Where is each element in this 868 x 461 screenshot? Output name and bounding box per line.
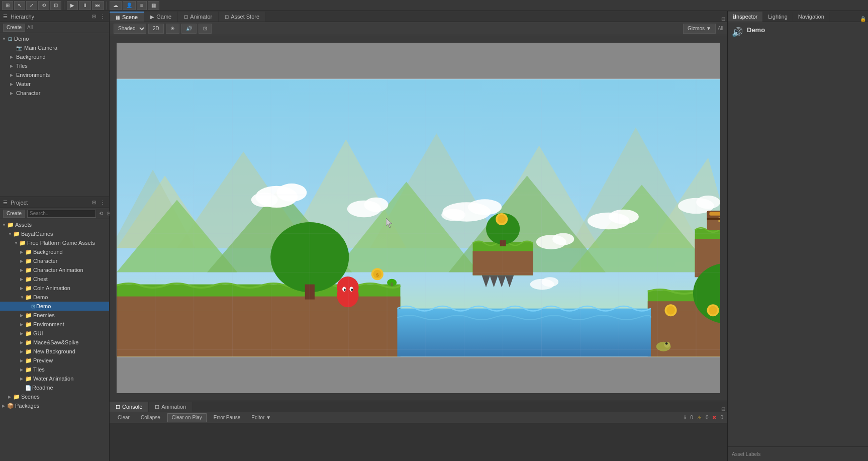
project-item-packages[interactable]: ▶ 📦 Packages	[0, 401, 109, 410]
hierarchy-item-demo-scene[interactable]: ▼ ⊡ Demo	[0, 34, 109, 43]
char-folder-label: Character	[33, 258, 57, 264]
shaded-dropdown[interactable]: Shaded	[114, 24, 146, 34]
error-pause-btn[interactable]: Error Pause	[210, 413, 244, 422]
new-bg-label: New Background	[33, 348, 75, 354]
packages-label: Packages	[15, 403, 39, 409]
hierarchy-env-label: Environments	[16, 72, 50, 78]
new-bg-icon: 📁	[25, 348, 32, 355]
coin-anim-icon: 📁	[25, 285, 32, 292]
project-header-actions: ⊟ ⋮	[91, 200, 106, 205]
gizmos-btn[interactable]: Gizmos ▼	[683, 24, 716, 34]
hierarchy-lock-btn[interactable]: ⊟	[91, 14, 97, 19]
scene-tab-icon: ▦	[116, 15, 120, 20]
project-item-scenes-folder[interactable]: ▶ 📁 Scenes	[0, 392, 109, 401]
hierarchy-create-btn[interactable]: Create	[3, 24, 25, 32]
project-item-environment-folder[interactable]: ▶ 📁 Environment	[0, 320, 109, 329]
project-item-water-anim-folder[interactable]: ▶ 📁 Water Animation	[0, 374, 109, 383]
hierarchy-menu-btn[interactable]: ⋮	[99, 14, 106, 19]
project-item-demo-file[interactable]: ⊡ Demo	[0, 302, 109, 311]
hierarchy-bg-label: Background	[16, 54, 46, 60]
project-item-enemies-folder[interactable]: ▶ 📁 Enemies	[0, 311, 109, 320]
hierarchy-item-tiles[interactable]: ▶ Tiles	[0, 61, 109, 70]
toolbar-btn-4[interactable]: ⟲	[38, 1, 49, 10]
project-item-demo-folder[interactable]: ▼ 📁 Demo	[0, 293, 109, 302]
fx-btn[interactable]: ⊡	[199, 24, 212, 34]
tab-asset-store[interactable]: ⊡ Asset Store	[219, 12, 266, 22]
svg-point-72	[709, 306, 717, 315]
bottom-tab-bar: ⊡ Console ⊡ Animation ⊟	[110, 401, 727, 412]
project-item-character-folder[interactable]: ▶ 📁 Character	[0, 256, 109, 265]
project-item-char-anim-folder[interactable]: ▶ 📁 Character Animation	[0, 265, 109, 274]
svg-point-25	[609, 210, 639, 224]
inspector-speaker-icon: 🔊	[732, 27, 743, 38]
asset-labels-text: Asset Labels	[732, 451, 760, 457]
project-item-preview-folder[interactable]: ▶ 📁 Preview	[0, 356, 109, 365]
hierarchy-water-label: Water	[16, 81, 31, 87]
tab-animator[interactable]: ⊡ Animator	[178, 12, 219, 22]
animator-tab-icon: ⊡	[184, 14, 188, 20]
project-item-free-platform[interactable]: ▼ 📁 Free Platform Game Assets	[0, 238, 109, 247]
hierarchy-item-main-camera[interactable]: 📷 Main Camera	[0, 43, 109, 52]
project-item-bayatgames[interactable]: ▼ 📁 BayatGames	[0, 229, 109, 238]
tab-collapse-btn[interactable]: ⊟	[721, 16, 725, 22]
collapse-btn[interactable]: Collapse	[137, 413, 164, 422]
preview-icon: 📁	[25, 357, 32, 364]
editor-btn[interactable]: Editor ▼	[247, 413, 275, 422]
inspector-tab-main[interactable]: ℹ Inspector	[728, 12, 763, 22]
pause-button[interactable]: ⏸	[79, 1, 91, 10]
2d-btn[interactable]: 2D	[148, 24, 164, 34]
animation-tab[interactable]: ⊡ Animation	[149, 402, 192, 412]
collab-button[interactable]: ☁	[110, 1, 122, 10]
error-count: 0	[720, 415, 723, 420]
toolbar-btn-5[interactable]: ⊡	[50, 1, 61, 10]
project-search-input[interactable]	[27, 210, 96, 218]
clear-on-play-btn[interactable]: Clear on Play	[167, 413, 207, 422]
project-item-gui-folder[interactable]: ▶ 📁 GUI	[0, 329, 109, 338]
step-button[interactable]: ⏭	[92, 1, 104, 10]
play-button[interactable]: ▶	[67, 1, 78, 10]
tab-game[interactable]: ▶ Game	[144, 12, 178, 22]
project-item-background-folder[interactable]: ▶ 📁 Background	[0, 247, 109, 256]
bottom-tab-bar-right: ⊟	[721, 406, 727, 412]
project-item-readme[interactable]: 📄 Readme	[0, 383, 109, 392]
project-item-assets[interactable]: ▼ 📁 Assets	[0, 220, 109, 229]
project-item-mace-folder[interactable]: ▶ 📁 Mace&Saw&Spike	[0, 338, 109, 347]
project-item-new-bg-folder[interactable]: ▶ 📁 New Background	[0, 347, 109, 356]
hierarchy-item-environments[interactable]: ▶ Environments	[0, 70, 109, 79]
lighting-tab-label: Lighting	[768, 14, 788, 20]
layers-button[interactable]: ≡	[137, 1, 147, 10]
light-btn[interactable]: ☀	[166, 24, 179, 34]
project-refresh-btn[interactable]: ⟲	[98, 211, 104, 216]
toolbar-btn-1[interactable]: ⊞	[2, 1, 13, 10]
hierarchy-item-character[interactable]: ▶ Character	[0, 88, 109, 98]
layout-button[interactable]: ▦	[148, 1, 159, 10]
project-item-chest-folder[interactable]: ▶ 📁 Chest	[0, 274, 109, 284]
hierarchy-item-background[interactable]: ▶ Background	[0, 52, 109, 61]
project-create-btn[interactable]: Create	[3, 210, 25, 218]
svg-rect-65	[707, 218, 720, 220]
gui-icon: 📁	[25, 330, 32, 337]
inspector-lock-btn[interactable]: 🔒	[860, 16, 866, 22]
inspector-tab-navigation[interactable]: Navigation	[793, 12, 830, 22]
bottom-collapse-btn[interactable]: ⊟	[721, 406, 725, 412]
console-tab-icon: ⊡	[116, 404, 120, 410]
toolbar-btn-2[interactable]: ↖	[14, 1, 25, 10]
hierarchy-item-water[interactable]: ▶ Water	[0, 79, 109, 88]
project-lock-btn[interactable]: ⊟	[91, 200, 97, 205]
inspector-tab-lighting[interactable]: Lighting	[763, 12, 793, 22]
project-menu-btn[interactable]: ⋮	[99, 200, 106, 205]
scene-view[interactable]: $	[110, 35, 727, 401]
project-item-tiles-folder[interactable]: ▶ 📁 Tiles	[0, 365, 109, 374]
project-item-coin-anim-folder[interactable]: ▶ 📁 Coin Animation	[0, 284, 109, 293]
tiles-label: Tiles	[33, 366, 45, 373]
toolbar-sep-1	[64, 2, 64, 10]
account-button[interactable]: 👤	[123, 1, 136, 10]
audio-btn[interactable]: 🔊	[181, 24, 197, 34]
mace-label: Mace&Saw&Spike	[33, 339, 79, 345]
toolbar-btn-3[interactable]: ⤢	[26, 1, 37, 10]
animation-tab-icon: ⊡	[155, 404, 159, 410]
tab-scene[interactable]: ▦ Scene	[110, 12, 144, 22]
hierarchy-char-label: Character	[16, 90, 40, 96]
console-tab[interactable]: ⊡ Console	[110, 402, 149, 412]
clear-btn[interactable]: Clear	[114, 413, 134, 422]
